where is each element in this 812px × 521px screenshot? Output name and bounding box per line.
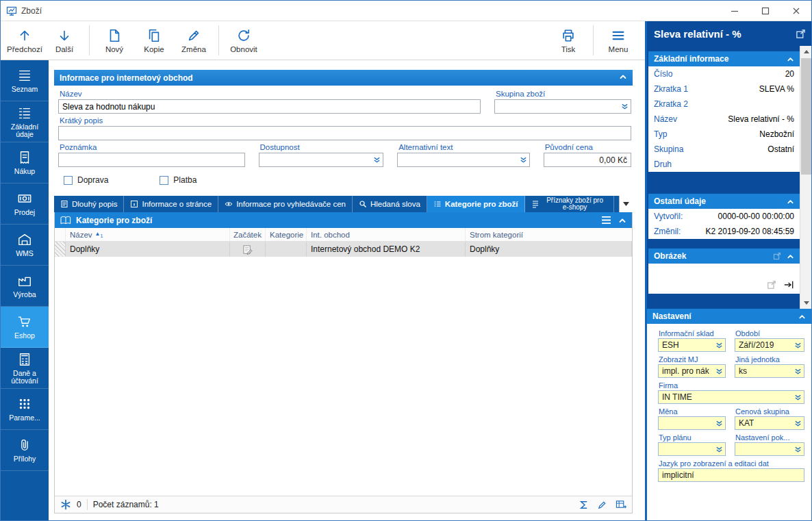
section-header[interactable]: Nastavení xyxy=(647,309,811,324)
mena-select[interactable] xyxy=(658,416,726,430)
doprava-checkbox[interactable]: Doprava xyxy=(64,175,108,185)
chevron-up-icon xyxy=(787,253,794,260)
open-external-icon[interactable] xyxy=(767,280,776,290)
app-window: Zboží Předchozí Další xyxy=(0,0,812,521)
tab-priznaky-zbozi-pro-eshopy[interactable]: Příznaky zboží pro e-shopy xyxy=(525,196,614,212)
sidebar-item-eshop[interactable]: Eshop xyxy=(1,307,49,348)
section-header[interactable]: Ostatní údaje xyxy=(648,194,800,209)
dostupnost-select[interactable] xyxy=(259,153,384,167)
button-label: Předchozí xyxy=(7,45,42,53)
sort-indicator: ▲1 xyxy=(95,231,103,238)
sidebar-item-wms[interactable]: WMS xyxy=(1,225,49,266)
tab-kategorie-pro-zbozi[interactable]: Kategorie pro zboží xyxy=(427,196,525,212)
maximize-button[interactable] xyxy=(750,1,781,21)
edit-record-icon[interactable] xyxy=(597,500,607,510)
jina-jednotka-select[interactable]: ks xyxy=(735,364,804,378)
skupina-zbozi-select[interactable] xyxy=(494,99,631,114)
column-header-strom-kategorii[interactable]: Strom kategorií xyxy=(466,228,632,241)
chevron-up-icon xyxy=(787,55,794,63)
typ-planu-select[interactable] xyxy=(658,442,726,456)
sidebar-item-prodej[interactable]: Prodej xyxy=(1,183,49,225)
sidebar-item-parametry[interactable]: Parame... xyxy=(1,389,49,430)
tab-informace-o-strance[interactable]: Informace o stránce xyxy=(124,196,218,212)
field-row: SkupinaOstatní xyxy=(648,142,800,157)
previous-button[interactable]: Předchozí xyxy=(5,23,45,58)
section-header[interactable]: Základní informace xyxy=(648,51,800,66)
grid-column-headers: Název ▲1 Začátek Kategorie Int. obchod S… xyxy=(55,228,632,242)
button-label: Kopie xyxy=(144,45,164,53)
eshop-form: Název Skupina zboží xyxy=(54,86,633,193)
new-button[interactable]: Nový xyxy=(94,23,134,58)
close-button[interactable] xyxy=(781,1,811,21)
print-button[interactable]: Tisk xyxy=(548,23,588,58)
menu-button[interactable]: Menu xyxy=(598,23,638,58)
sidebar-item-label: Seznam xyxy=(10,86,40,93)
receipt-icon xyxy=(17,150,32,165)
maximize-icon xyxy=(761,7,770,15)
field-label: Název xyxy=(654,114,677,124)
tab-hledana-slova[interactable]: Hledaná slova xyxy=(353,196,427,212)
poznamka-input[interactable] xyxy=(58,153,245,167)
jazyk-select[interactable]: implicitní xyxy=(658,468,804,482)
refresh-icon xyxy=(236,28,251,43)
sidebar-item-vyroba[interactable]: Výroba xyxy=(1,266,49,307)
obdobi-select[interactable]: Září/2019 xyxy=(735,338,804,352)
puvodni-cena-field[interactable]: 0,00 Kč xyxy=(544,153,631,167)
nazev-input[interactable] xyxy=(58,99,481,114)
alternativni-text-select[interactable] xyxy=(397,153,530,167)
informacni-sklad-select[interactable]: ESH xyxy=(658,338,726,352)
cenova-skupina-select[interactable]: KAT xyxy=(735,416,804,430)
fit-width-icon[interactable] xyxy=(783,280,794,290)
sidebar-item-prilohy[interactable]: Přílohy xyxy=(1,430,49,471)
copy-button[interactable]: Kopie xyxy=(134,23,174,58)
field-value: Sleva relativní - % xyxy=(728,114,794,124)
field-row: NázevSleva relativní - % xyxy=(648,112,800,127)
cell-nazev: Doplňky xyxy=(66,242,230,257)
sum-icon[interactable] xyxy=(579,500,589,510)
edit-start-icon xyxy=(242,244,253,255)
next-button[interactable]: Další xyxy=(45,23,84,58)
section-header[interactable]: Obrázek xyxy=(648,249,800,264)
minimize-icon xyxy=(731,7,739,15)
column-header-int-obchod[interactable]: Int. obchod xyxy=(307,228,466,241)
nastaveni-pokladny-select[interactable] xyxy=(735,442,804,456)
related-records-icon[interactable] xyxy=(60,499,71,510)
scrollbar-thumb[interactable] xyxy=(801,58,811,175)
cell-zacatek[interactable] xyxy=(230,242,266,257)
preview-scrollbar[interactable] xyxy=(800,46,811,309)
column-header-zacatek[interactable]: Začátek xyxy=(230,228,266,241)
column-header-nazev[interactable]: Název ▲1 xyxy=(66,228,230,241)
column-header-selector[interactable] xyxy=(55,228,66,241)
list-icon xyxy=(17,68,32,83)
table-row[interactable]: Doplňky Internetový obchod DEMO K2 Doplň… xyxy=(55,242,632,257)
table-settings-icon[interactable] xyxy=(616,500,626,510)
field-label: Období xyxy=(735,329,804,338)
sidebar-item-zakladni-udaje[interactable]: Základní údaje xyxy=(1,101,49,142)
tab-dlouhy-popis[interactable]: Dlouhý popis xyxy=(54,196,124,212)
firma-select[interactable]: IN TIME xyxy=(658,390,804,404)
tab-overflow-button[interactable] xyxy=(619,196,633,212)
grid-menu-icon[interactable] xyxy=(601,216,611,225)
open-window-icon[interactable] xyxy=(796,29,806,39)
minimize-button[interactable] xyxy=(719,1,750,21)
collapse-section-button[interactable] xyxy=(619,73,627,83)
change-button[interactable]: Změna xyxy=(174,23,214,58)
tab-label: Informace pro vyhledávače cen xyxy=(236,200,346,208)
sidebar-item-dane-a-uctovani[interactable]: Daně a účtování xyxy=(1,348,49,389)
chevron-up-icon[interactable] xyxy=(618,216,626,225)
tab-informace-pro-vyhledavace-cen[interactable]: Informace pro vyhledávače cen xyxy=(218,196,353,212)
sidebar-item-seznam[interactable]: Seznam xyxy=(1,60,49,101)
zobrazit-mj-select[interactable]: impl. pro nák xyxy=(658,364,726,378)
tab-label: Dlouhý popis xyxy=(72,200,117,208)
platba-checkbox[interactable]: Platba xyxy=(160,175,196,185)
open-image-icon[interactable] xyxy=(773,252,781,260)
column-header-kategorie[interactable]: Kategorie xyxy=(266,228,307,241)
scroll-down-button[interactable] xyxy=(800,297,812,309)
field-label: Měna xyxy=(659,407,726,416)
refresh-button[interactable]: Obnovit xyxy=(224,23,264,58)
scroll-up-button[interactable] xyxy=(800,46,812,58)
field-label: Vytvořil: xyxy=(654,212,683,221)
sidebar-item-nakup[interactable]: Nákup xyxy=(1,142,49,183)
row-selector[interactable] xyxy=(55,242,66,257)
kratky-popis-input[interactable] xyxy=(58,126,631,140)
